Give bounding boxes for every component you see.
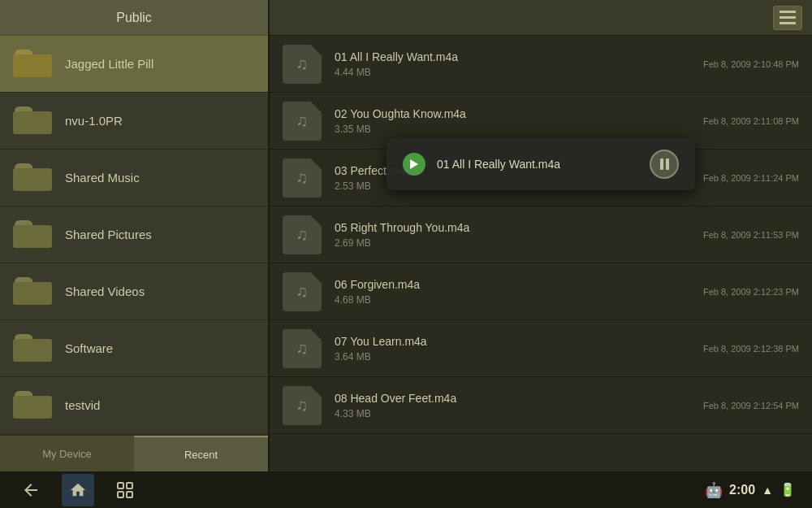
playing-title: 01 All I Really Want.m4a	[437, 158, 560, 171]
svg-rect-0	[13, 54, 52, 77]
file-date: Feb 8, 2009 2:12:23 PM	[703, 287, 799, 297]
music-note-icon: ♫	[296, 282, 309, 301]
sidebar-title: Public	[116, 11, 152, 25]
wifi-icon: ▲	[762, 484, 773, 497]
svg-rect-11	[118, 483, 123, 488]
home-button[interactable]	[62, 474, 94, 506]
sidebar-list: Jagged Little Pillnvu-1.0PRShared MusicS…	[0, 36, 268, 435]
sidebar-item-label: Jagged Little Pill	[65, 57, 153, 71]
sidebar-header: Public	[0, 0, 268, 36]
sidebar: Public Jagged Little Pillnvu-1.0PRShared…	[0, 0, 268, 471]
music-note-icon: ♫	[296, 396, 309, 415]
file-item[interactable]: ♫06 Forgiven.m4a4.68 MBFeb 8, 2009 2:12:…	[270, 263, 812, 320]
tab-my-device[interactable]: My Device	[0, 436, 134, 471]
android-icon: 🤖	[705, 481, 723, 499]
folder-icon	[13, 274, 65, 310]
file-size: 4.68 MB	[335, 294, 703, 306]
file-name: 01 All I Really Want.m4a	[335, 50, 703, 63]
file-date: Feb 8, 2009 2:12:54 PM	[703, 401, 799, 410]
back-button[interactable]	[16, 475, 45, 505]
playing-card: 01 All I Really Want.m4a	[387, 138, 695, 190]
playing-track-icon	[403, 153, 425, 176]
sidebar-tabs: My Device Recent	[0, 435, 268, 471]
file-icon: ♫	[283, 45, 322, 84]
file-info: 02 You Oughta Know.m4a3.35 MB	[335, 107, 703, 135]
file-item[interactable]: ♫01 All I Really Want.m4a4.44 MBFeb 8, 2…	[270, 36, 812, 93]
recents-button[interactable]	[110, 475, 140, 505]
folder-icon	[13, 160, 65, 196]
file-size: 2.69 MB	[335, 237, 703, 249]
file-item[interactable]: ♫05 Right Through You.m4a2.69 MBFeb 8, 2…	[270, 206, 812, 263]
playing-overlay: 01 All I Really Want.m4a	[270, 138, 812, 190]
sidebar-item[interactable]: Shared Videos	[0, 263, 268, 320]
svg-marker-10	[410, 159, 418, 169]
sidebar-item-label: Shared Music	[65, 171, 140, 185]
android-bar: 🤖 2:00 ▲ 🔋	[0, 471, 812, 508]
svg-rect-8	[780, 16, 796, 19]
main-toolbar	[270, 0, 812, 36]
svg-rect-2	[13, 168, 52, 191]
pause-button[interactable]	[650, 150, 679, 179]
file-item[interactable]: ♫07 You Learn.m4a3.64 MBFeb 8, 2009 2:12…	[270, 320, 812, 377]
sidebar-item[interactable]: nvu-1.0PR	[0, 93, 268, 150]
pause-bar-left	[660, 158, 663, 170]
svg-rect-6	[13, 396, 52, 419]
tab-recent[interactable]: Recent	[134, 436, 268, 471]
sidebar-item[interactable]: Shared Pictures	[0, 206, 268, 263]
file-size: 4.44 MB	[335, 67, 703, 78]
svg-rect-4	[13, 282, 52, 305]
file-date: Feb 8, 2009 2:11:08 PM	[703, 116, 799, 126]
sidebar-item-label: testvid	[65, 398, 100, 412]
sidebar-item[interactable]: Jagged Little Pill	[0, 36, 268, 93]
status-bar: 🤖 2:00 ▲ 🔋	[705, 481, 796, 499]
main-content: ♫01 All I Really Want.m4a4.44 MBFeb 8, 2…	[270, 0, 812, 471]
file-info: 08 Head Over Feet.m4a4.33 MB	[335, 392, 703, 419]
file-icon: ♫	[283, 329, 322, 368]
file-date: Feb 8, 2009 2:10:48 PM	[703, 59, 799, 69]
file-icon: ♫	[283, 102, 322, 141]
sidebar-item[interactable]: testvid	[0, 377, 268, 434]
svg-rect-5	[13, 339, 52, 362]
sidebar-item[interactable]: Software	[0, 320, 268, 377]
file-icon: ♫	[283, 386, 322, 425]
pause-icon	[660, 158, 669, 170]
file-size: 4.33 MB	[335, 408, 703, 419]
file-name: 05 Right Through You.m4a	[335, 221, 703, 234]
pause-bar-right	[666, 158, 669, 170]
music-note-icon: ♫	[296, 225, 309, 244]
music-note-icon: ♫	[296, 339, 309, 358]
svg-rect-9	[780, 22, 796, 24]
playing-left: 01 All I Really Want.m4a	[403, 153, 560, 176]
status-time: 2:00	[729, 483, 755, 497]
music-note-icon: ♫	[296, 54, 309, 73]
folder-icon	[13, 46, 65, 82]
file-size: 3.64 MB	[335, 351, 703, 363]
file-info: 05 Right Through You.m4a2.69 MB	[335, 221, 703, 249]
svg-rect-12	[127, 483, 132, 488]
svg-rect-1	[13, 111, 52, 134]
sidebar-item-label: Software	[65, 341, 113, 355]
folder-icon	[13, 388, 65, 423]
svg-rect-13	[118, 492, 123, 497]
music-note-icon: ♫	[296, 111, 309, 130]
sidebar-item[interactable]: Shared Music	[0, 150, 268, 206]
nav-buttons	[16, 474, 140, 506]
file-size: 3.35 MB	[335, 124, 703, 135]
sidebar-item-label: Shared Pictures	[65, 228, 152, 241]
file-item[interactable]: ♫08 Head Over Feet.m4a4.33 MBFeb 8, 2009…	[270, 377, 812, 434]
file-name: 07 You Learn.m4a	[335, 335, 703, 348]
folder-icon	[13, 103, 65, 139]
file-info: 06 Forgiven.m4a4.68 MB	[335, 278, 703, 306]
list-view-button[interactable]	[773, 6, 802, 30]
file-name: 08 Head Over Feet.m4a	[335, 392, 703, 405]
folder-icon	[13, 331, 65, 367]
file-date: Feb 8, 2009 2:12:38 PM	[703, 344, 799, 354]
file-name: 06 Forgiven.m4a	[335, 278, 703, 291]
file-name: 02 You Oughta Know.m4a	[335, 107, 703, 120]
sidebar-item-label: Shared Videos	[65, 284, 145, 298]
svg-rect-3	[13, 225, 52, 248]
file-info: 07 You Learn.m4a3.64 MB	[335, 335, 703, 363]
folder-icon	[13, 217, 65, 253]
file-icon: ♫	[283, 272, 322, 311]
file-info: 01 All I Really Want.m4a4.44 MB	[335, 50, 703, 78]
